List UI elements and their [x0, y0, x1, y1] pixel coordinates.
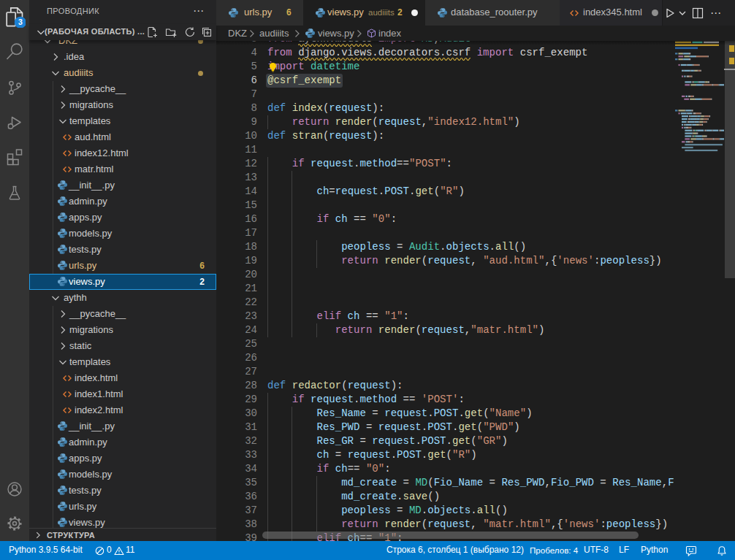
svg-text:3: 3 [18, 18, 23, 26]
